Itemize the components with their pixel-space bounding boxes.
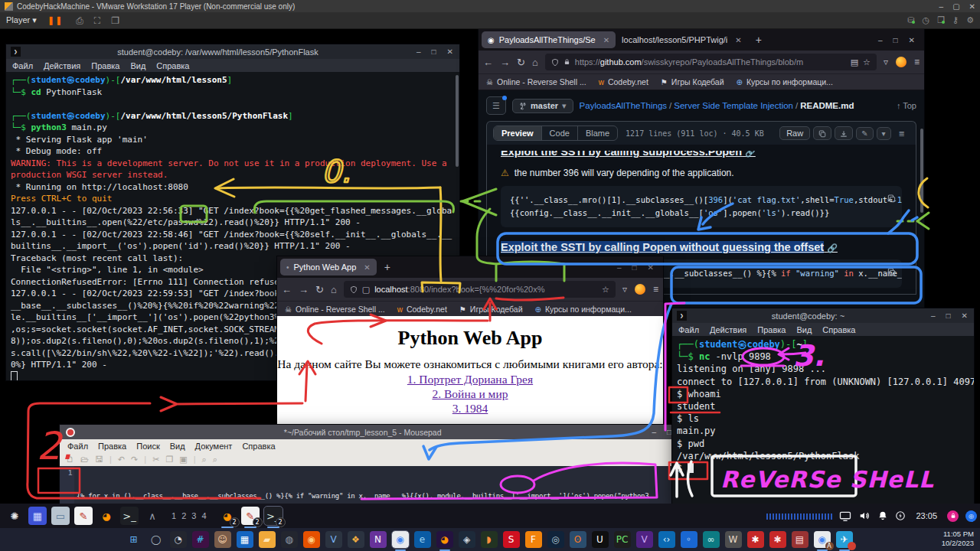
menu-icon[interactable]: ≡ bbox=[914, 57, 920, 67]
firefox-account-icon[interactable] bbox=[635, 284, 645, 295]
bookmark-item[interactable]: ☠Online - Reverse Shell ... bbox=[486, 77, 586, 86]
vscode-icon[interactable]: ‹› bbox=[658, 531, 675, 548]
maps-icon[interactable]: ◦ bbox=[681, 531, 697, 548]
menu-item[interactable]: Справка bbox=[822, 325, 855, 334]
book-link-3[interactable]: 3. 1984 bbox=[277, 402, 663, 416]
calendar-icon[interactable]: ▦ bbox=[237, 531, 253, 548]
maximize-button[interactable]: □ bbox=[667, 428, 671, 436]
home-icon[interactable]: ⌂ bbox=[532, 57, 538, 68]
breadcrumb-folder-link[interactable]: Server Side Template Injection bbox=[674, 101, 793, 110]
gimp-icon[interactable]: W bbox=[725, 531, 742, 548]
menu-item[interactable]: Документ bbox=[195, 442, 233, 451]
copy-raw-icon[interactable] bbox=[813, 126, 831, 139]
undo-icon[interactable]: ↶ bbox=[118, 455, 125, 465]
volume-icon[interactable] bbox=[858, 510, 871, 521]
vmware-icon[interactable]: ❖ bbox=[348, 531, 364, 548]
maximize-button[interactable]: □ bbox=[432, 47, 436, 56]
vmware-minimize-button[interactable]: – bbox=[939, 2, 944, 11]
menu-item[interactable]: Вид bbox=[130, 61, 145, 70]
redo-icon[interactable]: ↷ bbox=[131, 455, 138, 465]
paste-icon[interactable]: ▣ bbox=[179, 455, 187, 465]
files-icon[interactable]: ▰ bbox=[259, 531, 276, 548]
close-button[interactable]: ✕ bbox=[648, 263, 654, 272]
vmware-maximize-button[interactable]: ▢ bbox=[952, 2, 959, 11]
display-icon[interactable] bbox=[839, 511, 851, 521]
url-bar[interactable]: ▢ localhost:8080/index?book={%%20for%20x… bbox=[344, 281, 616, 298]
vm-clock[interactable]: 23:05 bbox=[916, 511, 937, 520]
tab-close-icon[interactable]: ✕ bbox=[735, 36, 741, 44]
lens-icon[interactable]: ◎ bbox=[547, 531, 564, 548]
minimize-button[interactable]: – bbox=[617, 263, 622, 272]
page-scrollbar[interactable] bbox=[920, 129, 923, 213]
forward-icon[interactable]: → bbox=[299, 284, 309, 295]
chrome-icon[interactable]: ◉ bbox=[392, 531, 409, 548]
app-orange-icon[interactable]: ◉ bbox=[303, 531, 320, 548]
vmware-close-button[interactable]: ✕ bbox=[969, 2, 975, 11]
reload-icon[interactable]: ↻ bbox=[315, 284, 324, 295]
menu-item[interactable]: Файл bbox=[67, 442, 88, 451]
expand-icon[interactable]: ∧ bbox=[143, 507, 162, 525]
terminal-titlebar[interactable]: ❯ student@codeby: /var/www/html/lesson5/… bbox=[6, 44, 459, 59]
bookmark-item[interactable]: ⊕Курсы по информаци... bbox=[535, 305, 632, 314]
home-icon[interactable]: ⌂ bbox=[331, 284, 337, 295]
open-icon[interactable]: 🗁 bbox=[80, 455, 89, 464]
vmware-fullscreen-icon[interactable]: ⛶ bbox=[94, 15, 100, 26]
new-file-icon[interactable]: 🗋 bbox=[66, 455, 74, 464]
red-tool-icon[interactable]: ▤ bbox=[792, 531, 808, 548]
copy-code-icon[interactable] bbox=[887, 265, 896, 278]
mousepad-window-button[interactable]: ✎2 bbox=[241, 507, 260, 525]
code-block-subprocess[interactable]: {{''.__class__.mro()[1].__subclasses__()… bbox=[501, 186, 902, 227]
terminal-icon[interactable]: >_ bbox=[120, 507, 139, 525]
vmware-player-menu[interactable]: Player ▾ bbox=[6, 15, 37, 25]
menu-item[interactable]: Справка bbox=[242, 442, 275, 451]
notification-bell-icon[interactable] bbox=[877, 510, 888, 521]
menu-item[interactable]: Файл bbox=[12, 61, 33, 70]
flstudio-icon[interactable]: ◗ bbox=[481, 531, 498, 548]
search-icon[interactable]: ⌕ bbox=[202, 455, 207, 465]
vm-clock-icon[interactable]: ◷ bbox=[923, 15, 930, 25]
vm-usb-icon[interactable]: ⚷ bbox=[952, 15, 959, 25]
menu-item[interactable]: Поиск bbox=[136, 442, 159, 451]
file-manager-icon[interactable]: ▭ bbox=[51, 507, 70, 525]
cut-icon[interactable]: ✂ bbox=[152, 455, 159, 465]
menu-item[interactable]: Справка bbox=[156, 61, 189, 70]
maximize-button[interactable]: □ bbox=[632, 263, 637, 272]
host-clock[interactable]: 11:05 PM 10/2/2023 bbox=[942, 530, 974, 548]
back-to-top-link[interactable]: ↑ Top bbox=[897, 101, 916, 110]
back-icon[interactable]: ← bbox=[282, 284, 292, 295]
new-tab-button[interactable]: + bbox=[384, 261, 390, 273]
close-button[interactable]: ✕ bbox=[909, 36, 915, 44]
photos-icon[interactable]: ☺ bbox=[214, 531, 231, 548]
close-button[interactable]: ✕ bbox=[447, 47, 453, 56]
power-manager-icon[interactable] bbox=[895, 510, 906, 521]
copy-code-icon[interactable] bbox=[887, 191, 896, 204]
gear-red-icon[interactable]: ✱ bbox=[747, 531, 764, 548]
menu-icon[interactable]: ≡ bbox=[653, 284, 658, 295]
maximize-button[interactable]: □ bbox=[946, 311, 951, 320]
bookmark-item[interactable]: ⊕Курсы по информаци... bbox=[737, 77, 833, 86]
mousepad-icon[interactable]: ✎ bbox=[74, 507, 93, 525]
breadcrumb-repo-link[interactable]: PayloadsAllTheThings bbox=[580, 101, 667, 110]
vm-network-icon[interactable]: ❒ bbox=[937, 15, 945, 25]
tab-close-icon[interactable]: ✕ bbox=[364, 263, 370, 272]
vmware-sendkeys-icon[interactable]: ⎙ bbox=[76, 15, 83, 26]
firefox-window-button[interactable]: ◕2 bbox=[218, 507, 237, 525]
pocket-icon[interactable]: ▿ bbox=[884, 57, 888, 67]
codeby-logo-icon[interactable]: ✺ bbox=[5, 507, 24, 525]
edge-icon[interactable]: e bbox=[414, 531, 431, 548]
menu-item[interactable]: Действия bbox=[710, 325, 746, 334]
menu-item[interactable]: Правка bbox=[757, 325, 786, 334]
section-heading-popen[interactable]: Exploit the SSTI by calling Popen withou… bbox=[501, 241, 902, 253]
app-dark-icon[interactable]: ◍ bbox=[281, 531, 298, 548]
url-bar[interactable]: https://github.com/swisskyrepo/PayloadsA… bbox=[545, 54, 877, 70]
outline-icon[interactable]: ≣ bbox=[894, 128, 910, 139]
book-link-1[interactable]: 1. Портрет Дориана Грея bbox=[277, 373, 663, 386]
bookmark-item[interactable]: wCodeby.net bbox=[397, 305, 447, 314]
menu-item[interactable]: Действия bbox=[44, 61, 80, 70]
search-icon[interactable]: ◯ bbox=[148, 531, 165, 548]
loop-icon[interactable]: ∞ bbox=[703, 531, 720, 548]
menu-item[interactable]: Правка bbox=[98, 442, 126, 451]
menu-item[interactable]: Вид bbox=[796, 325, 812, 334]
maximize-button[interactable]: □ bbox=[893, 36, 898, 44]
tab-python-web-app[interactable]: • Python Web App ✕ bbox=[280, 259, 377, 276]
